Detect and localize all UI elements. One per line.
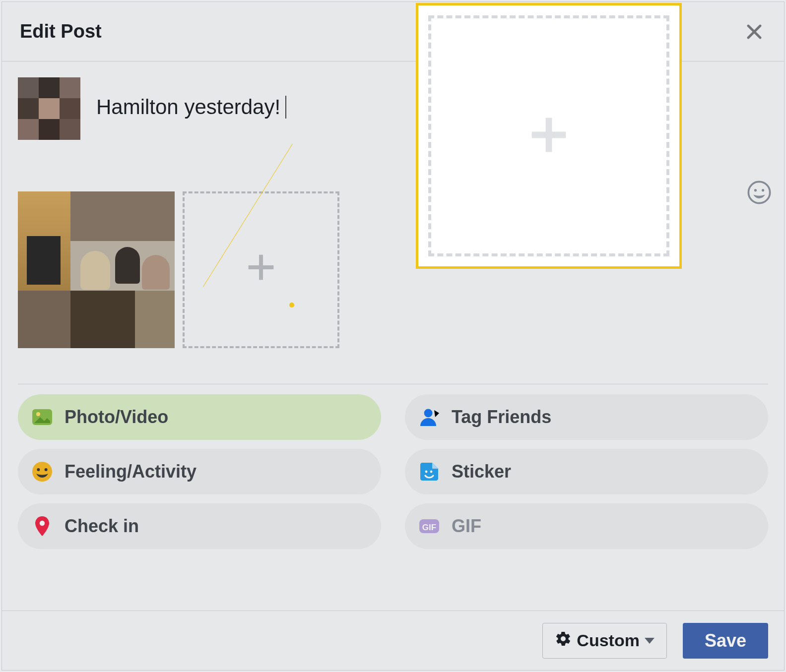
gif-icon: GIF: [417, 514, 442, 539]
tag-friends-icon: [417, 405, 442, 429]
callout-dot: [289, 303, 294, 307]
zoom-add-media: [428, 15, 669, 256]
photo-icon: [30, 405, 55, 429]
zoom-callout: [416, 3, 682, 269]
action-feeling-activity[interactable]: Feeling/Activity: [18, 449, 381, 494]
action-check-in[interactable]: Check in: [18, 503, 381, 549]
text-cursor: [285, 96, 286, 119]
svg-point-12: [40, 521, 45, 526]
plus-icon: [525, 111, 573, 161]
action-label: Sticker: [452, 461, 511, 482]
location-pin-icon: [30, 514, 55, 539]
svg-point-8: [37, 468, 40, 471]
add-media-button[interactable]: [183, 191, 339, 348]
feeling-icon: [30, 459, 55, 484]
svg-point-15: [748, 182, 770, 203]
divider: [18, 384, 768, 384]
action-tag-friends[interactable]: Tag Friends: [405, 394, 768, 440]
svg-point-5: [36, 412, 40, 416]
action-label: Photo/Video: [65, 407, 168, 428]
svg-point-7: [32, 462, 52, 482]
gear-icon: [555, 630, 572, 651]
svg-point-17: [762, 189, 764, 191]
modal-title: Edit Post: [20, 21, 102, 42]
svg-text:GIF: GIF: [422, 523, 436, 532]
emoji-picker-button[interactable]: [746, 180, 772, 207]
privacy-label: Custom: [577, 631, 640, 650]
privacy-selector[interactable]: Custom: [542, 623, 667, 659]
action-label: GIF: [452, 516, 481, 537]
action-grid: Photo/Video Tag Friends Feeling/Activity…: [2, 394, 784, 549]
svg-point-11: [430, 471, 433, 473]
avatar: [18, 77, 80, 140]
svg-point-16: [754, 189, 757, 191]
action-sticker[interactable]: Sticker: [405, 449, 768, 494]
action-label: Feeling/Activity: [65, 461, 196, 482]
svg-point-6: [424, 409, 433, 418]
post-text-input[interactable]: Hamilton yesterday!: [96, 77, 286, 119]
sticker-icon: [417, 459, 442, 484]
plus-icon: [245, 251, 277, 289]
svg-point-9: [45, 468, 48, 471]
modal-footer: Custom Save: [2, 611, 784, 670]
action-photo-video[interactable]: Photo/Video: [18, 394, 381, 440]
action-gif[interactable]: GIF GIF: [405, 503, 768, 549]
svg-point-10: [425, 471, 428, 473]
save-button[interactable]: Save: [683, 623, 768, 659]
attached-photo[interactable]: [18, 191, 175, 348]
save-label: Save: [705, 630, 746, 651]
chevron-down-icon: [645, 638, 655, 644]
close-icon[interactable]: [742, 20, 766, 44]
post-text-content: Hamilton yesterday!: [96, 95, 280, 119]
action-label: Tag Friends: [452, 407, 551, 428]
action-label: Check in: [65, 516, 139, 537]
